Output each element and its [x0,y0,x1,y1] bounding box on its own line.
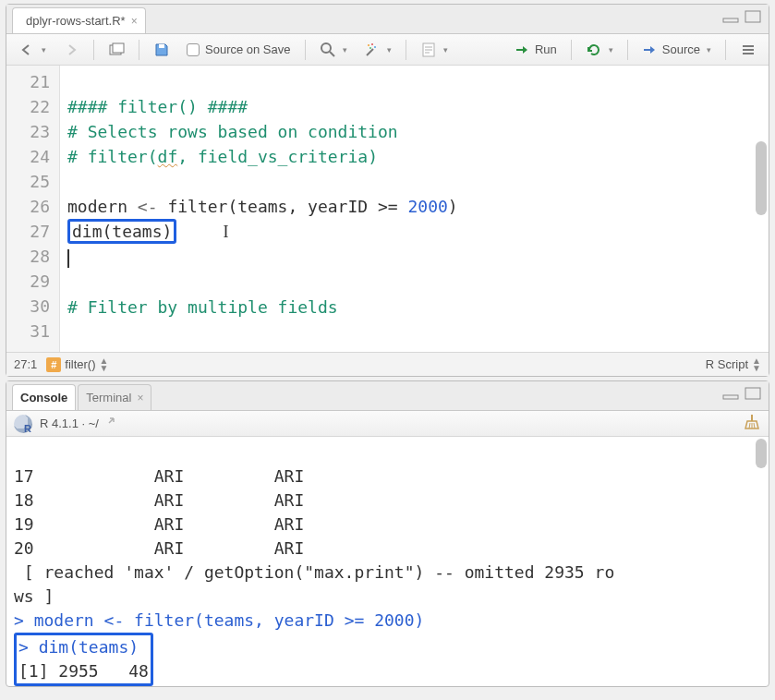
line-number: 21 [6,69,50,94]
console-line: [ reached 'max' / getOption("max.print")… [14,562,614,582]
rerun-button[interactable] [579,38,620,62]
scrollbar-thumb[interactable] [756,141,767,215]
maximize-pane-icon[interactable] [745,10,761,26]
text-cursor-icon: I [223,223,228,241]
source-on-save-label: Source on Save [205,42,291,56]
console-input-line: modern <- filter(teams, yearID >= 2000) [34,610,425,630]
editor-toolbar: Source on Save Run Source [6,34,769,66]
line-number: 22 [6,94,50,119]
highlighted-code: dim(teams) [67,219,176,244]
line-number: 30 [6,294,50,319]
code-text: # filter( [67,147,158,166]
code-line: # Selects rows based on condition [67,122,398,141]
run-label: Run [535,42,557,56]
svg-rect-23 [745,388,760,399]
sort-arrows-icon: ▲▼ [752,357,761,372]
code-text: ) [448,197,458,216]
clear-console-icon[interactable] [743,413,761,434]
popout-icon[interactable] [106,416,119,431]
source-button[interactable]: Source [636,38,718,62]
close-icon[interactable]: × [131,15,138,28]
forward-button[interactable] [56,38,86,62]
file-type-label: R Script [706,357,748,371]
editor-tabstrip: R dplyr-rows-start.R* × [6,5,769,34]
svg-point-11 [374,46,376,48]
checkbox-icon [187,43,200,56]
code-text: , field_vs_criteria) [177,147,378,166]
console-tab[interactable]: Console [12,384,76,410]
pane-window-controls [722,387,761,403]
line-number: 26 [6,194,50,219]
compile-report-button[interactable] [414,38,454,62]
svg-line-8 [330,52,334,56]
section-nav[interactable]: # filter() ▲▼ [46,357,108,372]
show-in-new-window-button[interactable] [102,38,131,62]
r-logo-icon [14,415,32,433]
terminal-tab-label: Terminal [86,391,131,404]
editor-statusbar: 27:1 # filter() ▲▼ R Script ▲▼ [6,352,769,376]
save-button[interactable] [147,38,176,62]
svg-rect-2 [723,18,738,22]
line-number: 27 [6,219,50,244]
outline-button[interactable] [733,38,763,62]
console-header: R 4.1.1 · ~/ [6,411,769,437]
svg-point-10 [371,43,373,45]
svg-rect-6 [159,44,164,48]
svg-point-9 [368,44,369,46]
svg-line-25 [749,423,750,428]
terminal-tab[interactable]: Terminal × [78,384,151,410]
source-on-save-checkbox[interactable]: Source on Save [180,38,297,62]
file-type-select[interactable]: R Script ▲▼ [706,357,761,372]
highlighted-console: > dim(teams) [1] 2955 48 [14,633,153,686]
editor-tab[interactable]: R dplyr-rows-start.R* × [12,7,146,33]
code-tools-button[interactable] [357,38,398,62]
find-button[interactable] [313,38,354,62]
line-gutter: 21 22 23 24 25 26 27 28 29 30 31 [6,66,60,352]
code-text: <- [127,197,167,216]
svg-rect-5 [113,43,124,53]
svg-line-27 [754,423,755,428]
console-tab-label: Console [20,391,67,404]
pane-window-controls [722,10,761,26]
console-output[interactable]: 17 ARI ARI 18 ARI ARI 19 ARI ARI 20 ARI … [6,437,769,686]
caret-icon [67,249,69,268]
line-number: 23 [6,119,50,144]
code-text: modern [67,197,127,216]
svg-point-12 [369,47,371,49]
run-button[interactable]: Run [508,38,563,62]
line-number: 31 [6,319,50,344]
svg-rect-3 [745,11,760,22]
line-number: 25 [6,169,50,194]
editor-pane: R dplyr-rows-start.R* × Source on Save R… [6,4,769,377]
source-label: Source [662,42,700,56]
back-button[interactable] [12,38,53,62]
minimize-pane-icon[interactable] [722,10,739,26]
code-line: #### filter() #### [67,97,248,116]
section-hash-icon: # [46,357,61,372]
code-text: df [158,147,178,166]
console-line: 20 ARI ARI [14,538,304,558]
code-editor[interactable]: 21 22 23 24 25 26 27 28 29 30 31 #### fi… [6,66,769,352]
code-area[interactable]: #### filter() #### # Selects rows based … [60,66,769,352]
console-tabstrip: Console Terminal × [6,381,769,411]
section-label: filter() [65,357,95,371]
minimize-pane-icon[interactable] [722,387,739,403]
line-number: 24 [6,144,50,169]
editor-tab-label: dplyr-rows-start.R* [26,14,126,28]
line-number: 29 [6,269,50,294]
console-scrollbar[interactable] [756,439,767,684]
svg-rect-22 [723,395,738,399]
editor-scrollbar[interactable] [756,67,767,350]
svg-point-7 [321,43,331,53]
console-line: 19 ARI ARI [14,514,304,534]
code-line: # Filter by multiple fields [67,297,338,317]
console-line: ws ] [14,586,54,606]
console-line: 18 ARI ARI [14,490,304,510]
code-text: filter(teams, yearID >= [167,197,407,216]
line-number: 28 [6,244,50,269]
scrollbar-thumb[interactable] [756,439,767,468]
close-icon[interactable]: × [137,392,143,404]
console-header-label: R 4.1.1 · ~/ [40,416,99,430]
code-text: 2000 [407,197,447,216]
maximize-pane-icon[interactable] [745,387,761,403]
